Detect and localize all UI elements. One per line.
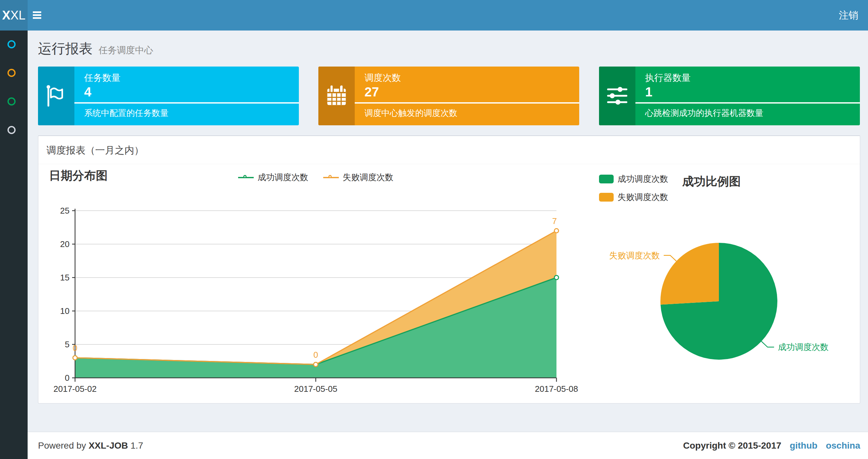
- top-navbar: XXL 注销: [0, 0, 868, 31]
- product-version: 1.7: [131, 440, 143, 451]
- legend-item[interactable]: 失败调度次数: [323, 172, 393, 183]
- svg-text:2017-05-08: 2017-05-08: [535, 384, 578, 394]
- report-panel-header: 调度报表（一月之内）: [38, 136, 860, 164]
- legend-item[interactable]: 成功调度次数: [599, 173, 668, 185]
- product-name: XXL-JOB: [89, 440, 128, 451]
- footer: Powered by XXL-JOB 1.7 Copyright © 2015-…: [28, 432, 868, 459]
- sidebar-menu-item[interactable]: [7, 97, 16, 105]
- sidebar-menu-item[interactable]: [7, 69, 16, 77]
- stat-card-description: 系统中配置的任务数量: [84, 107, 168, 119]
- stat-card-title: 执行器数量: [645, 72, 691, 84]
- legend-item[interactable]: 成功调度次数: [238, 172, 308, 183]
- stat-card-value: 1: [645, 85, 652, 99]
- sliders-icon: [599, 67, 636, 125]
- swatch-icon: [599, 175, 614, 184]
- svg-text:成功调度次数: 成功调度次数: [778, 342, 829, 352]
- stat-card-description: 调度中心触发的调度次数: [365, 107, 457, 119]
- hamburger-icon: [33, 17, 41, 19]
- svg-text:25: 25: [60, 206, 69, 216]
- svg-text:2017-05-05: 2017-05-05: [294, 384, 338, 394]
- report-panel: 调度报表（一月之内） 日期分布图 成功调度次数失败调度次数 0510152025…: [38, 135, 860, 403]
- svg-text:0: 0: [313, 350, 318, 360]
- powered-prefix: Powered by: [38, 440, 86, 451]
- flag-icon: [38, 67, 74, 125]
- sidebar: [0, 31, 28, 459]
- oschina-link[interactable]: oschina: [826, 440, 860, 451]
- svg-text:2017-05-02: 2017-05-02: [54, 384, 97, 394]
- svg-text:失败调度次数: 失败调度次数: [609, 251, 660, 260]
- page-header: 运行报表 任务调度中心: [38, 40, 153, 58]
- swatch-icon: [599, 193, 614, 202]
- stat-card-title: 任务数量: [84, 72, 121, 84]
- line-marker-icon: [323, 175, 339, 180]
- legend-label: 失败调度次数: [343, 172, 393, 183]
- svg-text:10: 10: [60, 306, 69, 316]
- svg-text:15: 15: [60, 273, 69, 283]
- legend-label: 成功调度次数: [618, 173, 668, 185]
- sidebar-menu-item[interactable]: [7, 40, 16, 48]
- line-marker-icon: [238, 175, 254, 180]
- divider: [74, 102, 299, 103]
- hamburger-icon: [33, 11, 41, 13]
- logout-link[interactable]: 注销: [829, 0, 868, 31]
- logo-rest: XL: [10, 8, 25, 22]
- logo-bold: X: [2, 8, 10, 22]
- app-window: XXL 注销 运行报表 任务调度中心 任务数量 4 系统中配置的任务数量: [0, 0, 868, 459]
- report-panel-title: 调度报表（一月之内）: [46, 136, 144, 164]
- sidebar-menu-item[interactable]: [7, 126, 16, 134]
- legend-item[interactable]: 失败调度次数: [599, 192, 668, 203]
- pie-chart-legend: 成功调度次数失败调度次数: [599, 173, 668, 210]
- hamburger-icon: [33, 14, 41, 16]
- line-chart-legend: 成功调度次数失败调度次数: [75, 172, 556, 183]
- sidebar-toggle-button[interactable]: [28, 0, 46, 31]
- stat-card: 任务数量 4 系统中配置的任务数量: [38, 67, 299, 125]
- copyright: Copyright © 2015-2017 github oschina: [683, 432, 860, 459]
- divider: [636, 102, 860, 103]
- svg-text:20: 20: [60, 239, 69, 249]
- stat-card: 执行器数量 1 心跳检测成功的执行器机器数量: [599, 67, 860, 125]
- stat-card-value: 27: [365, 85, 379, 99]
- stat-card: 调度次数 27 调度中心触发的调度次数: [318, 67, 579, 125]
- page-subtitle: 任务调度中心: [98, 44, 153, 57]
- stat-card-title: 调度次数: [365, 72, 401, 84]
- page-title: 运行报表: [38, 40, 93, 58]
- svg-text:7: 7: [552, 216, 557, 226]
- legend-label: 成功调度次数: [258, 172, 308, 183]
- copyright-text: Copyright © 2015-2017: [683, 440, 781, 451]
- svg-text:5: 5: [65, 339, 69, 349]
- github-link[interactable]: github: [790, 440, 818, 451]
- app-logo[interactable]: XXL: [0, 0, 28, 31]
- svg-text:0: 0: [73, 343, 77, 353]
- stat-card-description: 心跳检测成功的执行器机器数量: [645, 107, 764, 119]
- legend-label: 失败调度次数: [618, 192, 668, 203]
- svg-text:0: 0: [65, 373, 69, 383]
- calendar-icon: [318, 67, 355, 125]
- divider: [355, 102, 579, 103]
- powered-by: Powered by XXL-JOB 1.7: [38, 432, 143, 459]
- stat-card-value: 4: [84, 85, 91, 99]
